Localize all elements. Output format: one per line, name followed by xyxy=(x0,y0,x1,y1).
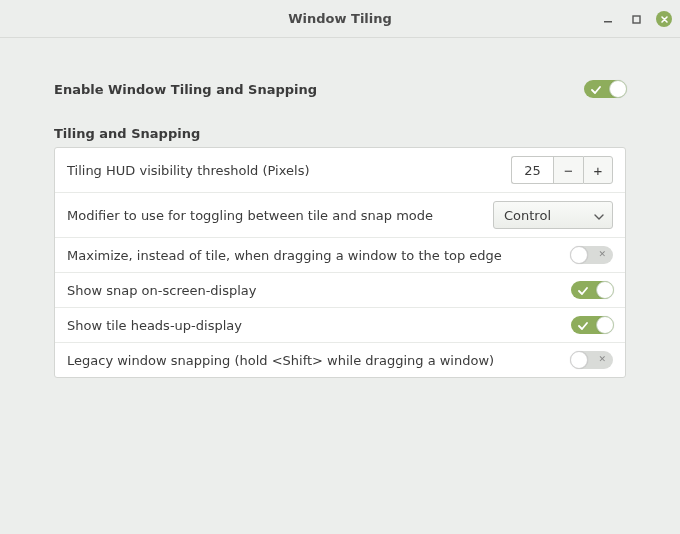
x-icon: ✕ xyxy=(598,355,606,364)
legacy-toggle[interactable]: ✕ xyxy=(571,351,613,369)
svg-rect-1 xyxy=(633,16,640,23)
settings-panel: Tiling HUD visibility threshold (Pixels)… xyxy=(54,147,626,378)
maximize-button[interactable] xyxy=(628,11,644,27)
snap-osd-label: Show snap on-screen-display xyxy=(67,283,561,298)
minimize-button[interactable] xyxy=(600,11,616,27)
row-legacy: Legacy window snapping (hold <Shift> whi… xyxy=(55,343,625,377)
minus-icon: − xyxy=(564,162,573,179)
hud-threshold-label: Tiling HUD visibility threshold (Pixels) xyxy=(67,163,501,178)
master-toggle-row: Enable Window Tiling and Snapping xyxy=(54,58,626,112)
chevron-down-icon xyxy=(594,208,604,223)
section-title: Tiling and Snapping xyxy=(54,126,626,141)
toggle-knob xyxy=(570,246,588,264)
svg-rect-0 xyxy=(604,21,612,23)
hud-threshold-plus-button[interactable]: + xyxy=(583,156,613,184)
tile-hud-label: Show tile heads-up-display xyxy=(67,318,561,333)
row-snap-osd: Show snap on-screen-display xyxy=(55,273,625,308)
row-tile-hud: Show tile heads-up-display xyxy=(55,308,625,343)
titlebar: Window Tiling xyxy=(0,0,680,38)
row-modifier: Modifier to use for toggling between til… xyxy=(55,193,625,238)
modifier-selected: Control xyxy=(504,208,551,223)
window-title: Window Tiling xyxy=(288,11,392,26)
modifier-dropdown[interactable]: Control xyxy=(493,201,613,229)
master-toggle-label: Enable Window Tiling and Snapping xyxy=(54,82,317,97)
master-toggle[interactable] xyxy=(584,80,626,98)
check-icon xyxy=(591,83,601,98)
close-icon xyxy=(660,15,669,24)
toggle-knob xyxy=(570,351,588,369)
snap-osd-toggle[interactable] xyxy=(571,281,613,299)
toggle-knob xyxy=(596,316,614,334)
legacy-label: Legacy window snapping (hold <Shift> whi… xyxy=(67,353,561,368)
window-controls xyxy=(600,0,672,38)
maximize-top-label: Maximize, instead of tile, when dragging… xyxy=(67,248,561,263)
hud-threshold-input[interactable] xyxy=(511,156,553,184)
row-hud-threshold: Tiling HUD visibility threshold (Pixels)… xyxy=(55,148,625,193)
plus-icon: + xyxy=(594,162,603,179)
hud-threshold-minus-button[interactable]: − xyxy=(553,156,583,184)
tile-hud-toggle[interactable] xyxy=(571,316,613,334)
check-icon xyxy=(578,319,588,334)
content-area: Enable Window Tiling and Snapping Tiling… xyxy=(0,38,680,378)
toggle-knob xyxy=(609,80,627,98)
check-icon xyxy=(578,284,588,299)
toggle-knob xyxy=(596,281,614,299)
row-maximize-top: Maximize, instead of tile, when dragging… xyxy=(55,238,625,273)
maximize-icon xyxy=(632,15,641,24)
hud-threshold-spinner: − + xyxy=(511,156,613,184)
modifier-label: Modifier to use for toggling between til… xyxy=(67,208,483,223)
maximize-top-toggle[interactable]: ✕ xyxy=(571,246,613,264)
x-icon: ✕ xyxy=(598,250,606,259)
close-button[interactable] xyxy=(656,11,672,27)
minimize-icon xyxy=(603,14,613,24)
